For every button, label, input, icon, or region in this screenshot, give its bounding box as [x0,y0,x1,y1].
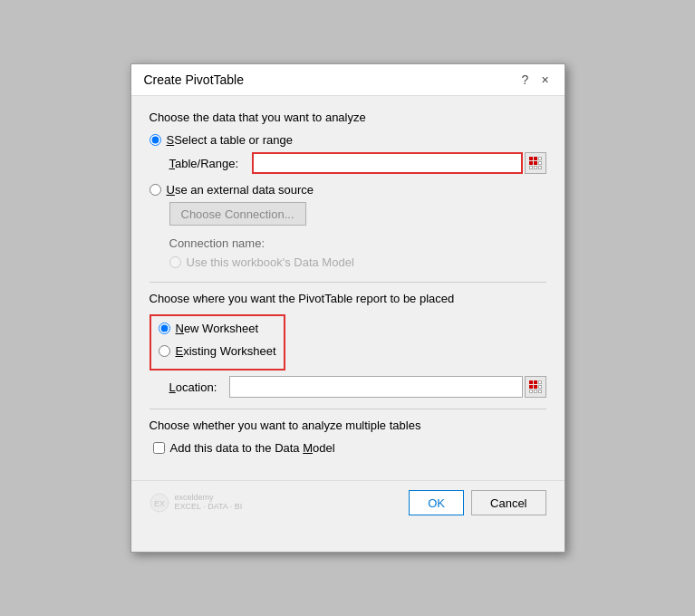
add-data-model-checkbox[interactable] [153,442,165,454]
table-range-input-group: 'Custom Name'!$B$4:$E$11 [252,152,546,174]
dialog-body: Choose the data that you want to analyze… [131,96,565,480]
existing-worksheet-radio-row: Existing Worksheet [159,344,276,358]
select-table-radio[interactable] [150,134,161,146]
external-data-radio[interactable] [150,184,161,196]
watermark-line2: EXCEL · DATA · BI [175,503,243,512]
location-row: Location: [169,376,546,398]
new-worksheet-radio[interactable] [159,322,170,334]
select-table-label[interactable]: SSelect a table or range [167,133,293,147]
close-button[interactable]: × [537,72,554,88]
data-model-label: Use this workbook's Data Model [187,255,354,269]
analyze-section: Choose whether you want to analyze multi… [150,419,546,455]
worksheet-outline-box: New Worksheet Existing Worksheet [150,314,285,371]
svg-text:EX: EX [153,499,164,508]
table-range-label: Table/Range: [169,157,246,170]
dialog-title: Create PivotTable [144,72,245,87]
external-data-label[interactable]: Use an external data source [167,183,314,197]
table-range-row: Table/Range: 'Custom Name'!$B$4:$E$11 [169,152,546,174]
section2-title: Choose where you want the PivotTable rep… [150,292,546,305]
choose-connection-section: Choose Connection... Connection name: Us… [169,202,546,269]
connection-name-label: Connection name: [169,236,546,250]
existing-worksheet-radio[interactable] [159,345,170,357]
cancel-button[interactable]: Cancel [471,490,545,515]
location-label: Location: [169,380,224,394]
location-input-group [229,376,546,398]
button-row: EX exceldemy EXCEL · DATA · BI OK Cancel [131,480,565,528]
data-model-radio-row: Use this workbook's Data Model [169,255,546,269]
help-button[interactable]: ? [517,72,534,88]
location-input[interactable] [229,376,523,398]
title-bar-buttons: ? × [517,72,554,88]
create-pivot-table-dialog: Create PivotTable ? × Choose the data th… [130,63,565,553]
new-worksheet-label[interactable]: New Worksheet [176,322,259,335]
existing-worksheet-label[interactable]: Existing Worksheet [176,344,276,358]
ok-button[interactable]: OK [409,490,464,515]
add-data-model-checkbox-label[interactable]: Add this data to the Data Model [170,441,335,455]
range-picker-icon [528,157,543,169]
title-bar: Create PivotTable ? × [131,64,565,96]
section1-title: Choose the data that you want to analyze [150,111,546,124]
location-picker-button[interactable] [525,376,546,398]
external-data-radio-row: Use an external data source [150,183,546,197]
watermark: EX exceldemy EXCEL · DATA · BI [150,493,243,513]
data-model-checkbox-row: Add this data to the Data Model [153,441,546,455]
select-table-radio-row: SSelect a table or range [150,133,546,147]
table-range-input[interactable]: 'Custom Name'!$B$4:$E$11 [252,152,523,174]
choose-connection-button[interactable]: Choose Connection... [169,202,306,226]
data-model-radio[interactable] [169,256,181,268]
table-range-picker-button[interactable] [525,152,546,174]
placement-section: Choose where you want the PivotTable rep… [150,292,546,398]
section3-title: Choose whether you want to analyze multi… [150,419,546,432]
location-picker-icon [528,380,543,393]
new-worksheet-radio-row: New Worksheet [159,322,276,335]
watermark-logo: EX [150,493,169,513]
data-source-section: Choose the data that you want to analyze… [150,111,546,269]
